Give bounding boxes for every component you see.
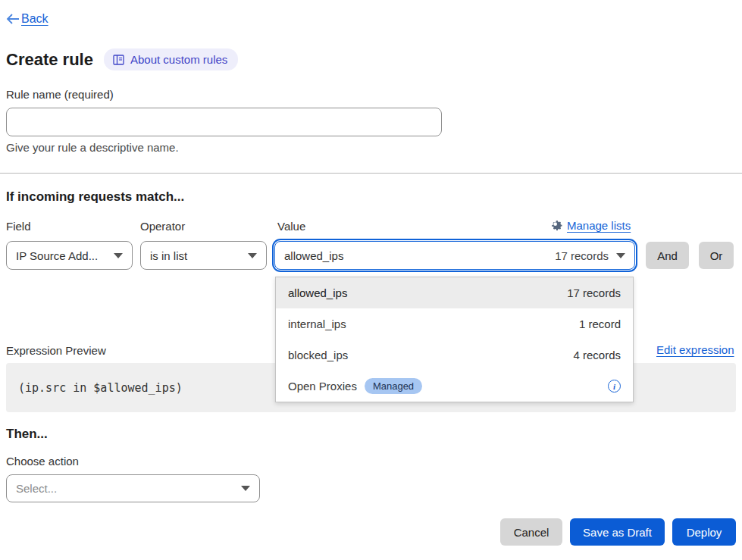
list-name: blocked_ips bbox=[288, 349, 573, 361]
rule-name-input[interactable] bbox=[6, 108, 442, 136]
value-select-record-count: 17 records bbox=[555, 249, 609, 262]
title-row: Create rule About custom rules bbox=[6, 48, 238, 70]
operator-select[interactable]: is in list bbox=[140, 241, 267, 270]
expression-code: (ip.src in $allowed_ips) bbox=[18, 381, 183, 395]
back-arrow-icon bbox=[6, 14, 20, 24]
chevron-down-icon bbox=[114, 253, 123, 258]
manage-lists-label: Manage lists bbox=[567, 219, 631, 232]
dropdown-item-allowed-ips[interactable]: allowed_ips 17 records bbox=[276, 277, 633, 308]
rule-name-helper: Give your rule a descriptive name. bbox=[6, 141, 179, 154]
record-count: 1 record bbox=[579, 318, 621, 330]
section-divider bbox=[0, 173, 742, 174]
expression-preview-label: Expression Preview bbox=[6, 344, 106, 357]
list-name: allowed_ips bbox=[288, 286, 567, 299]
value-select[interactable]: allowed_ips 17 records bbox=[274, 241, 635, 270]
deploy-button[interactable]: Deploy bbox=[672, 518, 736, 546]
record-count: 4 records bbox=[573, 349, 621, 361]
and-condition-button[interactable]: And bbox=[646, 242, 689, 269]
save-as-draft-button[interactable]: Save as Draft bbox=[570, 518, 665, 546]
about-custom-rules-link[interactable]: About custom rules bbox=[104, 48, 238, 70]
list-name: internal_ips bbox=[288, 318, 579, 330]
operator-select-value: is in list bbox=[150, 249, 240, 262]
chevron-down-icon bbox=[616, 253, 625, 258]
or-condition-button[interactable]: Or bbox=[699, 242, 734, 269]
value-dropdown-menu: allowed_ips 17 records internal_ips 1 re… bbox=[275, 277, 634, 402]
about-badge-label: About custom rules bbox=[130, 53, 227, 66]
cancel-button[interactable]: Cancel bbox=[500, 518, 562, 546]
field-select[interactable]: IP Source Add... bbox=[6, 241, 133, 270]
page-title: Create rule bbox=[6, 50, 93, 70]
value-select-selected: allowed_ips bbox=[284, 249, 555, 262]
back-link[interactable]: Back bbox=[6, 12, 49, 26]
manage-lists-link[interactable]: Manage lists bbox=[552, 219, 631, 232]
list-name: Open Proxies bbox=[288, 380, 357, 393]
chevron-down-icon bbox=[248, 253, 257, 258]
info-icon[interactable]: i bbox=[608, 380, 621, 393]
dropdown-item-blocked-ips[interactable]: blocked_ips 4 records bbox=[276, 339, 633, 371]
operator-column-label: Operator bbox=[140, 220, 185, 233]
gear-icon bbox=[552, 221, 562, 231]
chevron-down-icon bbox=[241, 486, 250, 491]
back-link-label: Back bbox=[21, 12, 49, 26]
record-count: 17 records bbox=[567, 286, 621, 299]
field-column-label: Field bbox=[6, 220, 31, 233]
book-icon bbox=[113, 55, 124, 65]
managed-badge: Managed bbox=[365, 378, 422, 394]
rule-name-label: Rule name (required) bbox=[6, 88, 114, 101]
action-select[interactable]: Select... bbox=[6, 474, 260, 502]
match-section-heading: If incoming requests match... bbox=[6, 189, 184, 205]
choose-action-label: Choose action bbox=[6, 455, 79, 468]
create-rule-page: Back Create rule About custom rules Rule… bbox=[0, 0, 742, 560]
edit-expression-link[interactable]: Edit expression bbox=[656, 343, 734, 356]
action-select-placeholder: Select... bbox=[16, 482, 233, 495]
value-column-label: Value bbox=[277, 220, 305, 233]
field-select-value: IP Source Add... bbox=[16, 249, 106, 262]
dropdown-item-internal-ips[interactable]: internal_ips 1 record bbox=[276, 308, 633, 339]
dropdown-item-open-proxies[interactable]: Open Proxies Managed i bbox=[276, 371, 633, 402]
then-section-heading: Then... bbox=[6, 427, 48, 442]
